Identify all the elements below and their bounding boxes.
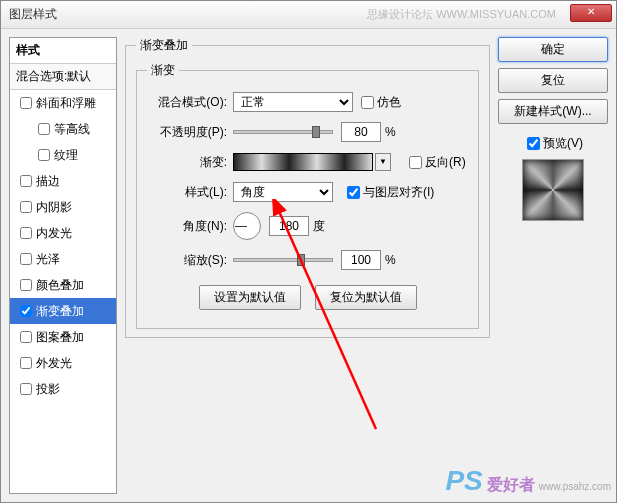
blend-mode-label: 混合模式(O): [147, 94, 227, 111]
opacity-row: 不透明度(P): % [147, 121, 468, 143]
preview-checkbox[interactable] [527, 137, 540, 150]
style-item-label: 内阴影 [36, 199, 72, 216]
style-item-checkbox[interactable] [20, 383, 32, 395]
style-item-checkbox[interactable] [20, 175, 32, 187]
preview-wrap[interactable]: 预览(V) [523, 134, 583, 153]
preview-label: 预览(V) [543, 135, 583, 152]
style-item-label: 纹理 [54, 147, 78, 164]
dither-label: 仿色 [377, 94, 401, 111]
angle-dial[interactable] [233, 212, 261, 240]
gradient-dropdown-arrow[interactable]: ▼ [375, 153, 391, 171]
styles-list-panel: 样式 混合选项:默认 斜面和浮雕等高线纹理描边内阴影内发光光泽颜色叠加渐变叠加图… [9, 37, 117, 494]
right-panel: 确定 复位 新建样式(W)... 预览(V) [498, 37, 608, 494]
wm-text2: www.psahz.com [539, 481, 611, 492]
style-item[interactable]: 等高线 [10, 116, 116, 142]
blend-options-default[interactable]: 混合选项:默认 [10, 64, 116, 90]
layer-style-dialog: 图层样式 思缘设计论坛 WWW.MISSYUAN.COM ✕ 样式 混合选项:默… [0, 0, 617, 503]
style-item-label: 颜色叠加 [36, 277, 84, 294]
angle-input[interactable] [269, 216, 309, 236]
style-item[interactable]: 外发光 [10, 350, 116, 376]
gradient-preview[interactable] [233, 153, 373, 171]
style-item-checkbox[interactable] [20, 279, 32, 291]
default-buttons-row: 设置为默认值 复位为默认值 [147, 285, 468, 310]
angle-row: 角度(N): 度 [147, 211, 468, 241]
style-item-label: 渐变叠加 [36, 303, 84, 320]
gradient-overlay-panel: 渐变叠加 渐变 混合模式(O): 正常 仿色 不透明度 [125, 37, 490, 494]
scale-label: 缩放(S): [147, 252, 227, 269]
style-item[interactable]: 斜面和浮雕 [10, 90, 116, 116]
scale-row: 缩放(S): % [147, 249, 468, 271]
style-item-label: 斜面和浮雕 [36, 95, 96, 112]
opacity-percent: % [385, 125, 396, 139]
scale-percent: % [385, 253, 396, 267]
style-item-checkbox[interactable] [20, 331, 32, 343]
gradient-row: 渐变: ▼ 反向(R) [147, 151, 468, 173]
new-style-button[interactable]: 新建样式(W)... [498, 99, 608, 124]
align-label: 与图层对齐(I) [363, 184, 434, 201]
opacity-slider[interactable] [233, 130, 333, 134]
style-item[interactable]: 描边 [10, 168, 116, 194]
preview-swatch [522, 159, 584, 221]
scale-slider[interactable] [233, 258, 333, 262]
angle-label: 角度(N): [147, 218, 227, 235]
gradient-inner-legend: 渐变 [147, 62, 179, 79]
reset-default-button[interactable]: 复位为默认值 [315, 285, 417, 310]
close-button[interactable]: ✕ [570, 4, 612, 22]
style-item[interactable]: 内阴影 [10, 194, 116, 220]
blend-mode-row: 混合模式(O): 正常 仿色 [147, 91, 468, 113]
gradient-overlay-legend: 渐变叠加 [136, 37, 192, 54]
reverse-checkbox[interactable] [409, 156, 422, 169]
ok-button[interactable]: 确定 [498, 37, 608, 62]
style-item-checkbox[interactable] [38, 149, 50, 161]
align-checkbox[interactable] [347, 186, 360, 199]
wm-text1: 爱好者 [487, 475, 535, 496]
titlebar[interactable]: 图层样式 思缘设计论坛 WWW.MISSYUAN.COM ✕ [1, 1, 616, 29]
style-item[interactable]: 颜色叠加 [10, 272, 116, 298]
styles-header: 样式 [10, 38, 116, 64]
gradient-inner-fieldset: 渐变 混合模式(O): 正常 仿色 不透明度(P): [136, 62, 479, 329]
opacity-label: 不透明度(P): [147, 124, 227, 141]
style-item-checkbox[interactable] [20, 227, 32, 239]
style-item[interactable]: 渐变叠加 [10, 298, 116, 324]
make-default-button[interactable]: 设置为默认值 [199, 285, 301, 310]
blend-mode-select[interactable]: 正常 [233, 92, 353, 112]
style-item-label: 图案叠加 [36, 329, 84, 346]
titlebar-watermark: 思缘设计论坛 WWW.MISSYUAN.COM [367, 7, 556, 22]
style-item-checkbox[interactable] [20, 357, 32, 369]
reverse-wrap[interactable]: 反向(R) [405, 153, 466, 172]
style-item-checkbox[interactable] [20, 305, 32, 317]
style-item-checkbox[interactable] [20, 253, 32, 265]
style-item[interactable]: 纹理 [10, 142, 116, 168]
cancel-button[interactable]: 复位 [498, 68, 608, 93]
style-item-label: 等高线 [54, 121, 90, 138]
style-item-checkbox[interactable] [20, 97, 32, 109]
style-item-checkbox[interactable] [38, 123, 50, 135]
style-item[interactable]: 图案叠加 [10, 324, 116, 350]
bottom-watermark: PS 爱好者 www.psahz.com [445, 465, 611, 497]
window-title: 图层样式 [9, 6, 57, 23]
style-item-label: 描边 [36, 173, 60, 190]
dialog-body: 样式 混合选项:默认 斜面和浮雕等高线纹理描边内阴影内发光光泽颜色叠加渐变叠加图… [1, 29, 616, 502]
opacity-input[interactable] [341, 122, 381, 142]
style-item-label: 光泽 [36, 251, 60, 268]
gradient-overlay-fieldset: 渐变叠加 渐变 混合模式(O): 正常 仿色 不透明度 [125, 37, 490, 338]
angle-degree: 度 [313, 218, 325, 235]
dither-wrap[interactable]: 仿色 [357, 93, 401, 112]
style-row: 样式(L): 角度 与图层对齐(I) [147, 181, 468, 203]
scale-input[interactable] [341, 250, 381, 270]
reverse-label: 反向(R) [425, 154, 466, 171]
style-item-checkbox[interactable] [20, 201, 32, 213]
dither-checkbox[interactable] [361, 96, 374, 109]
align-wrap[interactable]: 与图层对齐(I) [343, 183, 434, 202]
wm-ps: PS [445, 465, 482, 497]
gradient-label: 渐变: [147, 154, 227, 171]
style-item[interactable]: 投影 [10, 376, 116, 402]
style-item-label: 外发光 [36, 355, 72, 372]
style-item[interactable]: 内发光 [10, 220, 116, 246]
style-item-label: 内发光 [36, 225, 72, 242]
style-label: 样式(L): [147, 184, 227, 201]
style-item[interactable]: 光泽 [10, 246, 116, 272]
style-select[interactable]: 角度 [233, 182, 333, 202]
style-item-label: 投影 [36, 381, 60, 398]
